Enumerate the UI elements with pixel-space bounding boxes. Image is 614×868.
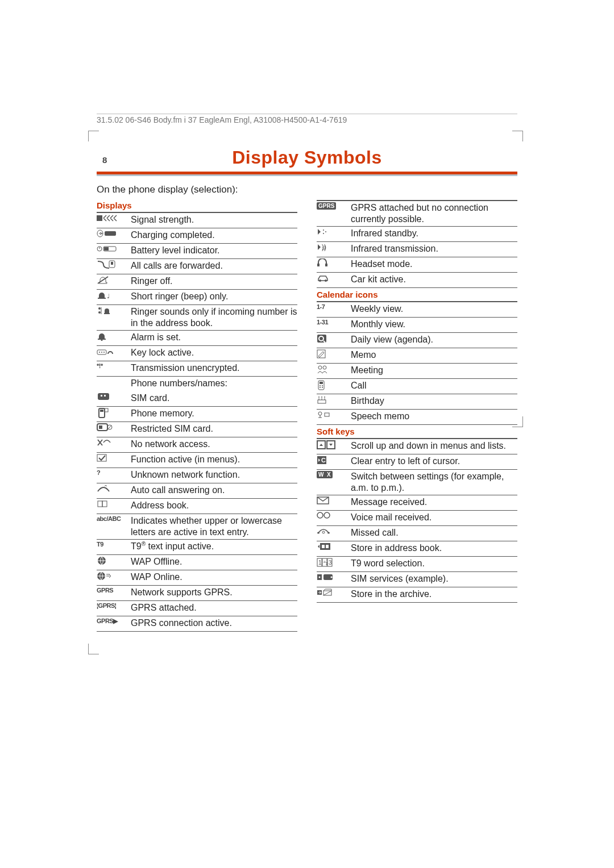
symbol-description: Phone numbers/names:	[131, 378, 297, 389]
table-row: Message received.	[317, 495, 517, 511]
svg-point-18	[103, 352, 105, 353]
svg-text:1: 1	[318, 560, 322, 566]
table-row: Daily view (agenda).	[317, 333, 517, 348]
svg-rect-45	[317, 350, 325, 358]
page-title: Display Symbols	[97, 147, 517, 168]
table-row: abc/ABCIndicates whether upper or lowerc…	[97, 514, 297, 540]
table-row: 1-31Monthly view.	[317, 318, 517, 333]
symbol-description: Call	[351, 380, 517, 391]
symbol-description: Missed call.	[351, 527, 517, 539]
svg-rect-70	[320, 543, 330, 550]
symbol-description: Indicates whether upper or lowercase let…	[131, 515, 297, 538]
table-row: Phone numbers/names:	[97, 377, 297, 391]
svg-text:♩: ♩	[107, 293, 110, 299]
symbol-description: Voice mail received.	[351, 512, 517, 523]
table-row: Car kit active.	[317, 273, 517, 288]
alarm-icon	[97, 332, 131, 341]
gprs-att-icon: ¦GPRS¦	[97, 602, 131, 609]
symbol-description: Address book.	[131, 500, 297, 511]
wap-off-icon	[97, 556, 131, 565]
svg-rect-2	[105, 231, 116, 236]
table-row: *!*Transmission unencrypted.	[97, 361, 297, 377]
sim-restr-icon	[97, 423, 131, 431]
table-row: W XSwitch between settings (for example,…	[317, 470, 517, 495]
document-page: 31.5.02 06-S46 Body.fm i 37 EagleAm Engl…	[0, 0, 614, 677]
svg-point-40	[319, 279, 321, 282]
svg-rect-39	[325, 264, 327, 266]
clear-icon: C	[317, 456, 351, 465]
symbol-description: Ringer sounds only if incoming number is…	[131, 306, 297, 329]
svg-rect-30	[98, 501, 102, 507]
table-row: Infrared standby.	[317, 227, 517, 242]
birthday-icon	[317, 395, 351, 404]
table-row: Call	[317, 379, 517, 394]
table-row: GPRSNetwork supports GPRS.	[97, 586, 297, 601]
svg-point-55	[318, 397, 320, 398]
columns: Displays Signal strength.Charging comple…	[97, 199, 517, 632]
symbol-description: Phone memory.	[131, 408, 297, 419]
symbol-description: Car kit active.	[351, 274, 517, 285]
table-row: ♩Short ringer (beep) only.	[97, 290, 297, 305]
symbol-description: No network access.	[131, 439, 297, 450]
scroll-icon	[317, 440, 351, 449]
svg-rect-20	[101, 395, 102, 397]
svg-point-57	[324, 397, 325, 398]
symbol-description: SIM services (example).	[351, 573, 517, 585]
right-column: GPRSGPRS attached but no connection curr…	[317, 199, 517, 632]
table-row: No network access.	[97, 437, 297, 453]
svg-point-34	[323, 229, 324, 231]
svg-rect-72	[326, 545, 329, 548]
missed-icon	[317, 527, 351, 535]
svg-point-80	[319, 577, 321, 578]
symbol-description: Store in the archive.	[351, 589, 517, 600]
symbol-description: Network supports GPRS.	[131, 587, 297, 598]
symbol-description: WAP Online.	[131, 571, 297, 583]
store-ab-icon	[317, 542, 351, 550]
symbol-description: Message received.	[351, 496, 517, 508]
msg-icon	[317, 496, 351, 504]
addr-ring-icon	[97, 306, 131, 315]
section-heading-calendar: Calendar icons	[317, 288, 517, 300]
table-row: Voice mail received.	[317, 511, 517, 526]
symbol-description: Speech memo	[351, 411, 517, 422]
table-row: Birthday	[317, 394, 517, 410]
page-number: 8	[102, 155, 107, 165]
symbol-description: Scroll up and down in menus and lists.	[351, 440, 517, 452]
header-metadata: 31.5.02 06-S46 Body.fm i 37 EagleAm Engl…	[97, 114, 517, 124]
table-row: Ringer off.	[97, 274, 297, 290]
book-icon	[97, 500, 131, 508]
symbol-description: Battery level indicator.	[131, 245, 297, 256]
symbol-description: GPRS attached but no connection currentl…	[351, 202, 517, 225]
symbol-description: Birthday	[351, 395, 517, 407]
headset-icon	[317, 258, 351, 268]
symbol-description: Memo	[351, 349, 517, 361]
symbol-description: Headset mode.	[351, 258, 517, 270]
svg-point-58	[318, 412, 322, 415]
crop-mark	[88, 131, 99, 141]
symbol-description: Meeting	[351, 365, 517, 376]
table-row: Store in the archive.	[317, 587, 517, 603]
gprs-act-icon: GPRS▶	[97, 617, 131, 625]
symbol-description: Weekly view.	[351, 303, 517, 315]
charge-done-icon	[97, 229, 131, 237]
meeting-icon	[317, 365, 351, 374]
symbol-description: T9® text input active.	[131, 541, 297, 552]
t9sel-icon: 1ᵃ₂3	[317, 558, 351, 567]
gprs-icon: GPRS	[97, 587, 131, 594]
table-row: Signal strength.	[97, 213, 297, 228]
symbol-description: Function active (in menus).	[131, 454, 297, 465]
table-row: Function active (in menus).	[97, 453, 297, 468]
text-icon: 1-7	[317, 303, 351, 310]
svg-point-41	[325, 279, 327, 282]
signal-icon	[97, 214, 131, 222]
abc-icon: abc/ABC	[97, 515, 131, 522]
svg-point-50	[320, 385, 321, 386]
table-row: CClear entry to left of cursor.	[317, 454, 517, 470]
symbol-description: Unknown network function.	[131, 469, 297, 481]
svg-point-36	[323, 233, 324, 234]
svg-point-51	[322, 385, 323, 386]
table-row: SIM services (example).	[317, 572, 517, 587]
symbol-description: GPRS connection active.	[131, 617, 297, 629]
svg-rect-49	[320, 382, 323, 384]
forward-icon	[97, 260, 131, 269]
